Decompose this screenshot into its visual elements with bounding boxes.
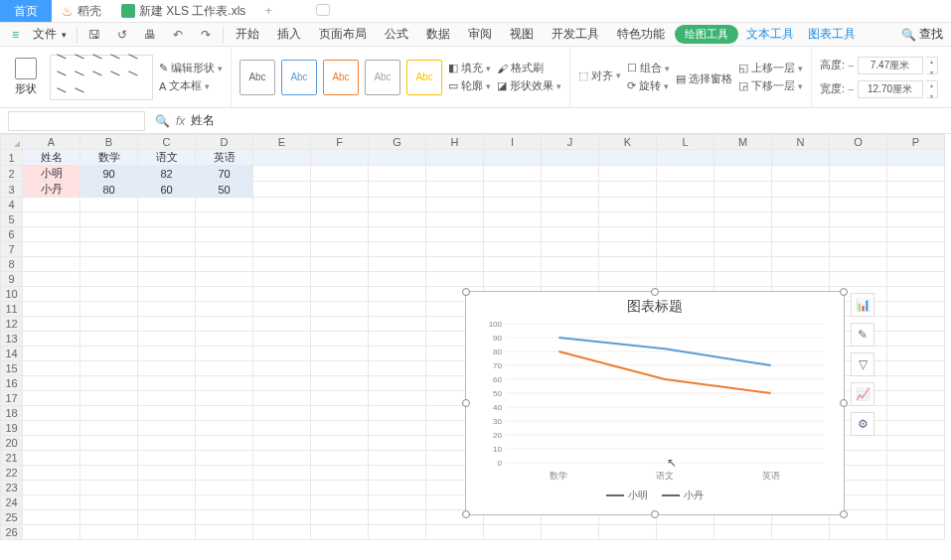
col-header[interactable]: C — [138, 135, 196, 150]
cell[interactable] — [23, 510, 80, 525]
cell[interactable] — [80, 212, 138, 227]
cell[interactable] — [311, 376, 369, 391]
cell[interactable] — [138, 317, 196, 332]
shape-gallery-button[interactable]: 形状 — [8, 58, 44, 96]
chart-plot[interactable]: 0102030405060708090100数学语文英语 — [476, 318, 834, 487]
cell[interactable] — [311, 257, 369, 272]
cell[interactable] — [138, 272, 196, 287]
cell[interactable] — [369, 466, 426, 481]
cell[interactable] — [484, 212, 542, 227]
cell[interactable] — [426, 198, 484, 212]
cell[interactable] — [196, 257, 253, 272]
cell[interactable] — [23, 332, 80, 347]
cell[interactable] — [138, 525, 196, 540]
cell[interactable] — [887, 287, 945, 302]
style-preset-2[interactable]: Abc — [281, 60, 317, 95]
cell[interactable] — [369, 150, 426, 166]
cell[interactable] — [253, 361, 311, 376]
col-header[interactable]: F — [311, 135, 369, 150]
cell[interactable] — [369, 272, 426, 287]
cell[interactable] — [772, 198, 830, 212]
cell[interactable] — [542, 150, 599, 166]
cell[interactable] — [887, 166, 945, 182]
cell[interactable] — [253, 510, 311, 525]
edit-shape-dropdown[interactable]: ✎ 编辑形状 — [159, 61, 223, 75]
cell[interactable] — [599, 182, 657, 198]
preview-button[interactable]: 🖶 — [137, 26, 163, 44]
row-header[interactable]: 19 — [1, 421, 23, 436]
chart-elements-icon[interactable]: 📊 — [851, 293, 874, 317]
cell[interactable] — [369, 361, 426, 376]
cell[interactable] — [253, 150, 311, 166]
cell[interactable] — [196, 317, 253, 332]
cell[interactable] — [196, 436, 253, 451]
format-painter-button[interactable]: 🖌 格式刷 — [497, 61, 561, 75]
cell[interactable] — [887, 317, 945, 332]
cell[interactable] — [23, 481, 80, 495]
resize-handle[interactable] — [651, 510, 659, 518]
cell[interactable] — [426, 257, 484, 272]
cell[interactable] — [714, 525, 772, 540]
cell[interactable] — [138, 302, 196, 317]
cell[interactable] — [772, 257, 830, 272]
select-all-corner[interactable] — [1, 135, 23, 150]
height-input[interactable]: 7.47厘米 — [858, 57, 923, 74]
cell[interactable] — [23, 272, 80, 287]
cell[interactable] — [80, 361, 138, 376]
cell[interactable] — [138, 421, 196, 436]
cell[interactable] — [311, 361, 369, 376]
cell[interactable] — [80, 436, 138, 451]
cell[interactable] — [80, 376, 138, 391]
cell[interactable] — [887, 198, 945, 212]
cell[interactable]: 小丹 — [23, 182, 80, 198]
cell[interactable] — [253, 391, 311, 406]
cell[interactable] — [253, 347, 311, 361]
cell[interactable] — [599, 198, 657, 212]
cell[interactable] — [599, 525, 657, 540]
cell[interactable] — [369, 481, 426, 495]
rotate-dropdown[interactable]: ⟳ 旋转 — [627, 78, 670, 93]
cell[interactable] — [253, 481, 311, 495]
cell[interactable] — [599, 150, 657, 166]
cell[interactable] — [772, 525, 830, 540]
cell[interactable] — [138, 481, 196, 495]
cell[interactable] — [830, 150, 887, 166]
cell[interactable] — [253, 198, 311, 212]
cell[interactable] — [138, 376, 196, 391]
col-header[interactable]: P — [887, 135, 945, 150]
cell[interactable] — [23, 495, 80, 510]
cell[interactable] — [599, 257, 657, 272]
outline-dropdown[interactable]: ▭ 轮廓 — [448, 78, 491, 93]
cell[interactable] — [599, 166, 657, 182]
cell[interactable] — [80, 525, 138, 540]
cell[interactable] — [369, 182, 426, 198]
redo-button[interactable]: ↷ — [193, 26, 219, 44]
row-header[interactable]: 7 — [1, 242, 23, 257]
cell[interactable] — [253, 317, 311, 332]
cell[interactable] — [830, 198, 887, 212]
cell[interactable] — [23, 391, 80, 406]
row-header[interactable]: 22 — [1, 466, 23, 481]
col-header[interactable]: B — [80, 135, 138, 150]
cell[interactable] — [599, 242, 657, 257]
cell[interactable] — [369, 242, 426, 257]
cell[interactable] — [484, 257, 542, 272]
resize-handle[interactable] — [840, 399, 848, 407]
menu-start[interactable]: 开始 — [228, 24, 267, 45]
cell[interactable] — [599, 272, 657, 287]
menu-data[interactable]: 数据 — [418, 24, 458, 45]
new-tab-button[interactable]: + — [255, 0, 281, 22]
cell[interactable]: 82 — [138, 166, 196, 182]
cell[interactable] — [253, 451, 311, 466]
cell[interactable] — [196, 406, 253, 421]
cell[interactable] — [887, 302, 945, 317]
cell[interactable] — [23, 421, 80, 436]
cell[interactable] — [369, 421, 426, 436]
cell[interactable] — [196, 212, 253, 227]
row-header[interactable]: 2 — [1, 166, 23, 182]
col-header[interactable]: A — [23, 135, 80, 150]
menu-chart-tools[interactable]: 图表工具 — [802, 24, 862, 45]
cell[interactable] — [714, 150, 772, 166]
cell[interactable] — [138, 212, 196, 227]
resize-handle[interactable] — [840, 288, 848, 296]
